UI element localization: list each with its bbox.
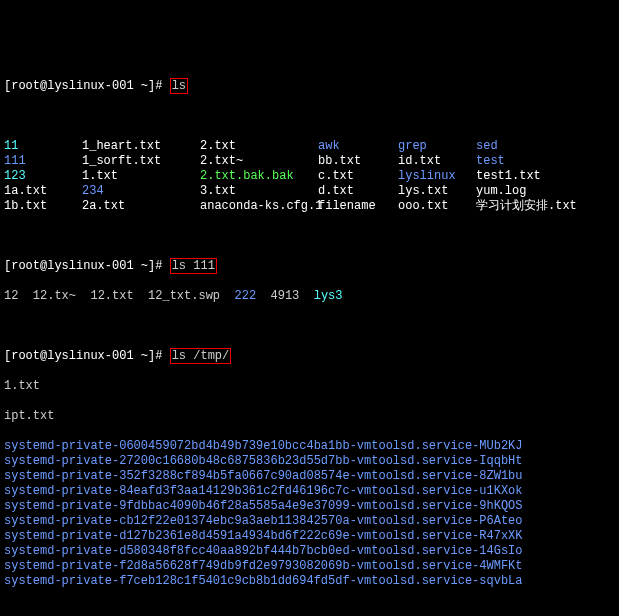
systemd-private-dir: systemd-private-84eafd3f3aa14129b361c2fd… bbox=[4, 484, 615, 499]
systemd-private-dir: systemd-private-f7ceb128c1f5401c9cb8b1dd… bbox=[4, 574, 615, 589]
ls-tmp-file: 1.txt bbox=[4, 379, 615, 394]
ls-item: 1b.txt bbox=[4, 199, 82, 214]
cmd-ls-111: ls 111 bbox=[170, 258, 217, 274]
ls-item: bb.txt bbox=[318, 154, 398, 169]
systemd-private-dir: systemd-private-d580348f8fcc40aa892bf444… bbox=[4, 544, 615, 559]
systemd-listing: systemd-private-0600459072bd4b49b739e10b… bbox=[4, 439, 615, 589]
ls-item: 1a.txt bbox=[4, 184, 82, 199]
ls-item: 1.txt bbox=[82, 169, 200, 184]
systemd-private-dir: systemd-private-f2d8a56628f749db9fd2e979… bbox=[4, 559, 615, 574]
ls-item: awk bbox=[318, 139, 398, 154]
prompt-line: [root@lyslinux-001 ~]# ls bbox=[4, 79, 615, 94]
ls-111-output: 12 12.tx~ 12.txt 12_txt.swp 222 4913 lys… bbox=[4, 289, 615, 304]
ls-item: 2.txt bbox=[200, 139, 318, 154]
ls-item: anaconda-ks.cfg.1 bbox=[200, 199, 318, 214]
ls-item: yum.log bbox=[476, 184, 596, 199]
systemd-private-dir: systemd-private-d127b2361e8d4591a4934bd6… bbox=[4, 529, 615, 544]
systemd-private-dir: systemd-private-9fdbbac4090b46f28a5585a4… bbox=[4, 499, 615, 514]
ls-item: lys.txt bbox=[398, 184, 476, 199]
ls-item: 3.txt bbox=[200, 184, 318, 199]
ls-item: d.txt bbox=[318, 184, 398, 199]
ls-output-root: 111_heart.txt2.txtawkgrepsed1111_sorft.t… bbox=[4, 139, 615, 214]
shell-prompt: [root@lyslinux-001 ~]# bbox=[4, 79, 162, 93]
ls-item: 111 bbox=[4, 154, 82, 169]
ls-item: id.txt bbox=[398, 154, 476, 169]
shell-prompt: [root@lyslinux-001 ~]# bbox=[4, 259, 162, 273]
systemd-private-dir: systemd-private-0600459072bd4b49b739e10b… bbox=[4, 439, 615, 454]
prompt-line: [root@lyslinux-001 ~]# ls 111 bbox=[4, 259, 615, 274]
systemd-private-dir: systemd-private-cb12f22e01374ebc9a3aeb11… bbox=[4, 514, 615, 529]
ls-item: test bbox=[476, 154, 596, 169]
ls-item: ooo.txt bbox=[398, 199, 476, 214]
ls-item: 学习计划安排.txt bbox=[476, 199, 596, 214]
ls-item: 11 bbox=[4, 139, 82, 154]
systemd-private-dir: systemd-private-27200c16680b48c6875836b2… bbox=[4, 454, 615, 469]
prompt-line: [root@lyslinux-001 ~]# ls /tmp/ bbox=[4, 349, 615, 364]
ls-item: 1_sorft.txt bbox=[82, 154, 200, 169]
ls-item: 123 bbox=[4, 169, 82, 184]
cmd-ls-tmp: ls /tmp/ bbox=[170, 348, 232, 364]
ls-item: 1_heart.txt bbox=[82, 139, 200, 154]
ls-item: grep bbox=[398, 139, 476, 154]
ls-item: lyslinux bbox=[398, 169, 476, 184]
shell-prompt: [root@lyslinux-001 ~]# bbox=[4, 349, 162, 363]
systemd-private-dir: systemd-private-352f3288cf894b5fa0667c90… bbox=[4, 469, 615, 484]
ls-item: filename bbox=[318, 199, 398, 214]
ls-tmp-file: ipt.txt bbox=[4, 409, 615, 424]
ls-item: test1.txt bbox=[476, 169, 596, 184]
ls-item: 2a.txt bbox=[82, 199, 200, 214]
ls-item: 2.txt~ bbox=[200, 154, 318, 169]
ls-item: 2.txt.bak.bak bbox=[200, 169, 318, 184]
ls-item: 234 bbox=[82, 184, 200, 199]
ls-item: c.txt bbox=[318, 169, 398, 184]
cmd-ls: ls bbox=[170, 78, 188, 94]
ls-item: sed bbox=[476, 139, 596, 154]
